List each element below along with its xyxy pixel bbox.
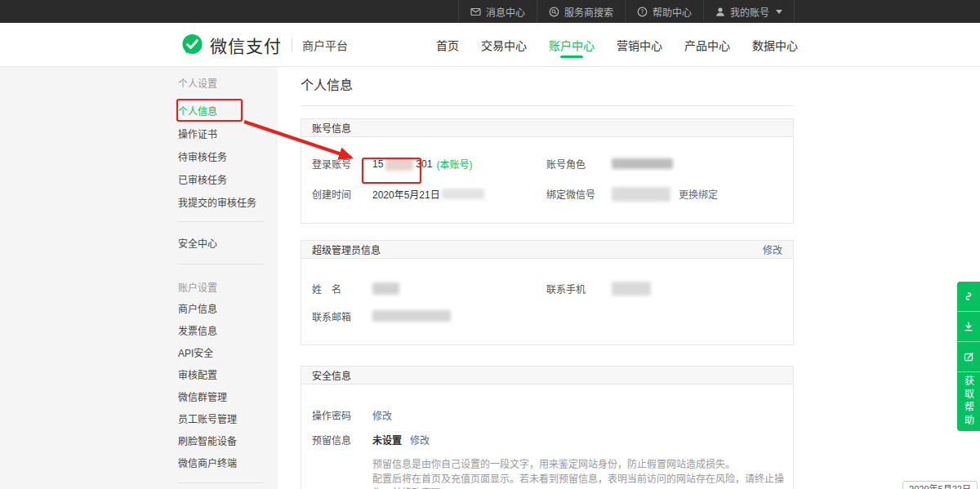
- created-date-text: 2020年5月21日: [372, 187, 440, 201]
- sidebar-section-account-settings-group: 账户设置 商户信息 发票信息 API安全 审核配置 微信群管理 员工账号管理 刷…: [178, 283, 278, 469]
- page-title: 个人信息: [301, 78, 794, 106]
- svg-text:?: ?: [640, 8, 644, 16]
- topbar-item-label: 帮助中心: [653, 5, 692, 19]
- sidebar-item-operation-certificate[interactable]: 操作证书: [178, 130, 278, 140]
- main-nav: 首页 交易中心 账户中心 营销中心 产品中心 数据中心: [414, 23, 798, 66]
- help-line: 配置后将在首页及充值页面显示。若未看到预留信息，表明当前访问的网站存在风险，请终…: [372, 473, 793, 489]
- quick-link-button[interactable]: [957, 282, 980, 312]
- sidebar-item-wechat-group-management[interactable]: 微信群管理: [178, 393, 278, 402]
- topbar-item-label: 我的账号: [730, 5, 769, 19]
- date-tooltip-text: 2020年5月22日: [909, 484, 971, 489]
- main-content: 个人信息 账号信息 登录账号 15 301 (本账号): [301, 67, 794, 489]
- nav-transaction-center[interactable]: 交易中心: [481, 23, 527, 66]
- sidebar-item-security-center[interactable]: 安全中心: [178, 239, 278, 249]
- sidebar-item-api-security[interactable]: API安全: [178, 349, 278, 358]
- sidebar-item-invoice-info[interactable]: 发票信息: [178, 327, 278, 336]
- sidebar-item-review-config[interactable]: 审核配置: [178, 371, 278, 380]
- operation-password-row: 操作密码 修改: [301, 402, 392, 427]
- info-line: 登录账号 15 301 (本账号) 账号角色: [301, 149, 793, 179]
- sidebar-divider: [178, 264, 264, 265]
- nav-marketing-center[interactable]: 营销中心: [617, 23, 662, 66]
- reserved-info-value: 未设置 修改: [372, 433, 430, 447]
- account-role-row: 账号角色: [536, 149, 793, 179]
- sidebar-item-merchant-info[interactable]: 商户信息: [178, 305, 278, 314]
- security-card-body: 操作密码 修改 预留信息 未设置 修改: [301, 385, 793, 489]
- sidebar: 个人设置 个人信息 操作证书 待审核任务 已审核任务 我提交的审核任务 安全中心…: [0, 67, 278, 489]
- wechat-pay-logo-icon: [181, 33, 203, 56]
- reserved-info-row: 预留信息 未设置 修改: [301, 427, 430, 451]
- admin-email-row: 联系邮箱: [301, 302, 536, 330]
- super-admin-card-body: 姓 名 联系手机 联系邮箱: [301, 259, 793, 345]
- change-binding-link[interactable]: 更换绑定: [679, 187, 718, 201]
- current-account-note: (本账号): [436, 157, 472, 171]
- topbar-my-account[interactable]: 我的账号: [703, 0, 795, 23]
- edit-icon: [963, 351, 974, 362]
- brand-divider: [292, 38, 292, 52]
- modify-password-link[interactable]: 修改: [372, 408, 392, 422]
- get-help-button[interactable]: 获取帮助: [957, 372, 980, 431]
- masked-value: [612, 187, 670, 202]
- super-admin-card-header: 超级管理员信息 修改: [301, 241, 793, 259]
- floating-toolbar: 获取帮助: [957, 282, 980, 431]
- field-label: 操作密码: [312, 408, 372, 422]
- field-label: 账号角色: [546, 157, 612, 171]
- brand-logo[interactable]: 微信支付 商户平台: [181, 33, 348, 57]
- account-info-card-body: 登录账号 15 301 (本账号) 账号角色: [301, 137, 793, 223]
- sidebar-item-reviewed-tasks[interactable]: 已审核任务: [178, 176, 278, 185]
- help-icon: ?: [637, 7, 648, 17]
- admin-phone-row: 联系手机: [536, 274, 793, 302]
- info-line: 操作密码 修改: [301, 402, 793, 427]
- topbar-service-provider-search[interactable]: 服务商搜索: [537, 0, 625, 23]
- sidebar-item-personal-info[interactable]: 个人信息: [178, 107, 278, 117]
- login-account-suffix: 301: [416, 158, 432, 170]
- modify-admin-link[interactable]: 修改: [763, 242, 782, 256]
- login-account-row: 登录账号 15 301 (本账号): [301, 149, 536, 179]
- brand-name: 微信支付: [210, 33, 282, 57]
- topbar: 消息中心 服务商搜索 ? 帮助中心 我的账号: [0, 0, 980, 23]
- nav-home[interactable]: 首页: [436, 23, 459, 66]
- card-title: 超级管理员信息: [312, 242, 381, 256]
- bound-wechat-value: 更换绑定: [612, 187, 718, 202]
- security-card-header: 安全信息: [301, 367, 793, 385]
- reserved-info-help-text: 预留信息是由你自己设置的一段文字，用来鉴定网站身份，防止假冒网站造成损失。 配置…: [372, 458, 793, 489]
- modify-reserved-info-link[interactable]: 修改: [410, 433, 430, 447]
- sidebar-item-wechat-merchant-terminal[interactable]: 微信商户终端: [178, 459, 278, 469]
- masked-value: [372, 310, 451, 322]
- admin-name-value: [372, 282, 399, 295]
- operation-password-value: 修改: [372, 408, 392, 422]
- topbar-message-center[interactable]: 消息中心: [458, 0, 537, 23]
- nav-data-center[interactable]: 数据中心: [752, 23, 798, 66]
- user-icon: [715, 7, 725, 17]
- feedback-button[interactable]: [957, 342, 980, 372]
- created-time-row: 创建时间 2020年5月21日: [301, 179, 536, 209]
- account-info-card: 账号信息 登录账号 15 301 (本账号) 账号角色: [301, 118, 794, 224]
- chevron-down-icon: [776, 10, 782, 14]
- topbar-help-center[interactable]: ? 帮助中心: [625, 0, 703, 23]
- masked-value: [612, 282, 651, 296]
- masked-value: [612, 158, 673, 169]
- login-account-value: 15 301 (本账号): [372, 157, 472, 171]
- sidebar-item-my-submitted-review-tasks[interactable]: 我提交的审核任务: [178, 198, 278, 208]
- sidebar-item-pending-review-tasks[interactable]: 待审核任务: [178, 153, 278, 162]
- field-label: 预留信息: [312, 433, 372, 447]
- admin-name-row: 姓 名: [301, 274, 536, 302]
- security-info-card: 安全信息 操作密码 修改 预留信息 未设置: [301, 366, 794, 489]
- field-label: 创建时间: [312, 187, 372, 201]
- created-time-value: 2020年5月21日: [372, 187, 484, 201]
- sidebar-item-face-smart-device[interactable]: 刷脸智能设备: [178, 437, 278, 447]
- nav-product-center[interactable]: 产品中心: [684, 23, 730, 66]
- header: 微信支付 商户平台 首页 交易中心 账户中心 营销中心 产品中心 数据中心: [0, 23, 980, 67]
- field-label: 绑定微信号: [546, 187, 612, 201]
- info-line: 联系邮箱: [301, 302, 793, 330]
- nav-account-center[interactable]: 账户中心: [549, 23, 595, 66]
- download-button[interactable]: [957, 312, 980, 342]
- masked-value: [442, 189, 484, 199]
- sidebar-item-staff-account-management[interactable]: 员工账号管理: [178, 415, 278, 425]
- download-icon: [963, 321, 974, 332]
- search-icon: [549, 7, 559, 17]
- field-label: 登录账号: [312, 157, 372, 171]
- sidebar-divider: [178, 221, 264, 222]
- card-title: 账号信息: [312, 121, 351, 135]
- super-admin-info-card: 超级管理员信息 修改 姓 名 联系手机 联系邮箱: [301, 240, 794, 345]
- info-line: 姓 名 联系手机: [301, 274, 793, 302]
